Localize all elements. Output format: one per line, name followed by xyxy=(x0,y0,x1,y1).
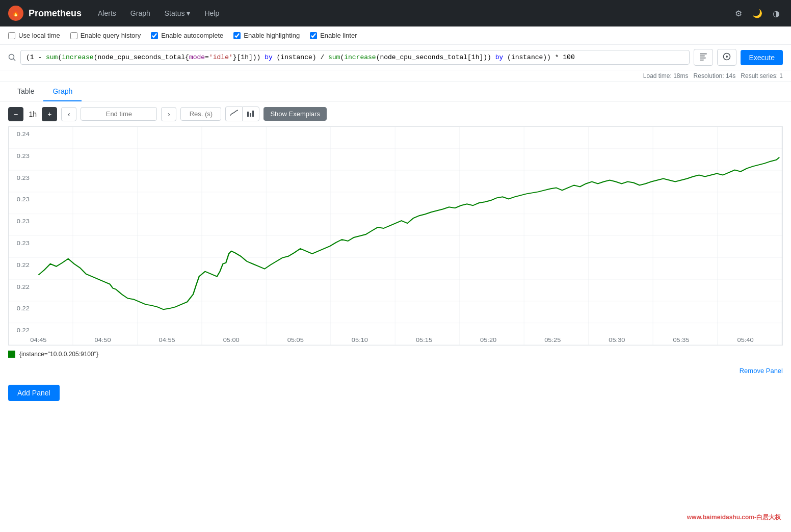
svg-rect-12 xyxy=(252,111,254,117)
enable-highlighting-label: Enable highlighting xyxy=(244,32,300,39)
svg-text:0.24: 0.24 xyxy=(17,131,30,138)
enable-linter-option[interactable]: Enable linter xyxy=(310,32,357,39)
svg-rect-11 xyxy=(250,113,251,117)
navbar-right: ⚙ 🌙 ◑ xyxy=(732,7,783,20)
query-input[interactable]: (1 - sum(increase(node_cpu_seconds_total… xyxy=(20,50,690,65)
history-button[interactable] xyxy=(717,49,736,66)
enable-query-history-checkbox[interactable] xyxy=(70,32,77,39)
svg-text:05:40: 05:40 xyxy=(737,337,754,343)
svg-text:05:10: 05:10 xyxy=(352,337,368,343)
nav-help[interactable]: Help xyxy=(198,6,225,20)
nav-alerts[interactable]: Alerts xyxy=(92,6,122,20)
enable-query-history-label: Enable query history xyxy=(81,32,141,39)
enable-autocomplete-label: Enable autocomplete xyxy=(161,32,223,39)
chart-area: 0.24 0.23 0.23 0.23 0.23 0.23 0.22 0.22 … xyxy=(0,126,791,345)
tabs-bar: Table Graph xyxy=(0,82,791,101)
tab-graph[interactable]: Graph xyxy=(43,82,82,101)
next-time-button[interactable]: › xyxy=(161,107,176,121)
zoom-in-button[interactable]: + xyxy=(42,107,57,121)
chart-type-buttons xyxy=(225,107,259,121)
prev-time-button[interactable]: ‹ xyxy=(61,107,76,121)
nav-graph[interactable]: Graph xyxy=(124,6,156,20)
remove-panel-link[interactable]: Remove Panel xyxy=(740,367,783,375)
enable-linter-label: Enable linter xyxy=(320,32,357,39)
moon-icon[interactable]: 🌙 xyxy=(749,7,766,20)
svg-text:0.23: 0.23 xyxy=(17,153,30,159)
svg-text:0.22: 0.22 xyxy=(17,305,30,312)
legend-label: {instance="10.0.0.205:9100"} xyxy=(19,351,98,358)
duration-label: 1h xyxy=(28,110,38,118)
svg-text:05:30: 05:30 xyxy=(609,337,625,343)
svg-text:0.23: 0.23 xyxy=(17,218,30,225)
chart-svg: 0.24 0.23 0.23 0.23 0.23 0.23 0.22 0.22 … xyxy=(9,127,782,345)
enable-autocomplete-checkbox[interactable] xyxy=(151,32,158,39)
navbar: 🔥 Prometheus Alerts Graph Status ▾ Help … xyxy=(0,0,791,26)
resolution: Resolution: 14s xyxy=(694,72,736,79)
result-meta: Load time: 18ms Resolution: 14s Result s… xyxy=(0,70,791,82)
end-time-input[interactable] xyxy=(81,107,157,121)
tab-table[interactable]: Table xyxy=(8,82,43,101)
svg-text:05:15: 05:15 xyxy=(416,337,433,343)
result-series: Result series: 1 xyxy=(741,72,783,79)
legend-color-swatch xyxy=(8,351,15,358)
panel-actions: Remove Panel xyxy=(0,363,791,379)
svg-text:0.22: 0.22 xyxy=(17,327,30,334)
svg-text:0.22: 0.22 xyxy=(17,262,30,269)
svg-text:04:50: 04:50 xyxy=(94,337,111,343)
use-local-time-option[interactable]: Use local time xyxy=(8,32,60,39)
svg-rect-17 xyxy=(9,127,782,345)
nav-status[interactable]: Status ▾ xyxy=(159,6,197,20)
chevron-down-icon: ▾ xyxy=(187,9,190,17)
svg-text:05:20: 05:20 xyxy=(480,337,497,343)
execute-button[interactable]: Execute xyxy=(741,50,783,65)
svg-rect-10 xyxy=(247,112,249,117)
add-panel-area: Add Panel xyxy=(0,379,791,407)
contrast-icon[interactable]: ◑ xyxy=(770,7,783,20)
svg-text:04:45: 04:45 xyxy=(30,337,47,343)
nav-links: Alerts Graph Status ▾ Help xyxy=(92,6,225,20)
brand: 🔥 Prometheus xyxy=(8,6,82,21)
add-panel-button[interactable]: Add Panel xyxy=(8,385,60,401)
enable-highlighting-option[interactable]: Enable highlighting xyxy=(233,32,300,39)
use-local-time-label: Use local time xyxy=(18,32,60,39)
enable-highlighting-checkbox[interactable] xyxy=(233,32,241,39)
enable-query-history-option[interactable]: Enable query history xyxy=(70,32,141,39)
svg-text:04:55: 04:55 xyxy=(159,337,176,343)
resolution-input[interactable] xyxy=(180,107,221,121)
svg-text:0.23: 0.23 xyxy=(17,196,30,203)
prometheus-logo: 🔥 xyxy=(8,6,23,21)
svg-rect-6 xyxy=(700,58,706,59)
zoom-out-button[interactable]: − xyxy=(8,107,23,121)
svg-text:0.23: 0.23 xyxy=(17,174,30,181)
graph-controls: − 1h + ‹ › Show Exemplars xyxy=(0,101,791,126)
options-bar: Use local time Enable query history Enab… xyxy=(0,26,791,45)
format-query-button[interactable] xyxy=(694,49,713,66)
enable-autocomplete-option[interactable]: Enable autocomplete xyxy=(151,32,223,39)
svg-text:🔥: 🔥 xyxy=(12,10,19,17)
svg-text:05:00: 05:00 xyxy=(223,337,240,343)
svg-rect-5 xyxy=(700,56,705,57)
search-icon xyxy=(8,54,16,62)
svg-line-3 xyxy=(14,59,16,61)
bar-chart-button[interactable] xyxy=(242,107,259,121)
svg-text:0.23: 0.23 xyxy=(17,240,30,247)
svg-text:0.22: 0.22 xyxy=(17,283,30,290)
svg-text:05:25: 05:25 xyxy=(544,337,561,343)
svg-text:05:05: 05:05 xyxy=(287,337,304,343)
svg-rect-7 xyxy=(700,60,704,61)
svg-point-9 xyxy=(726,56,728,58)
show-exemplars-button[interactable]: Show Exemplars xyxy=(263,107,327,121)
svg-point-2 xyxy=(9,54,14,59)
settings-icon[interactable]: ⚙ xyxy=(732,7,745,20)
brand-name: Prometheus xyxy=(29,8,82,19)
enable-linter-checkbox[interactable] xyxy=(310,32,317,39)
chart-container: 0.24 0.23 0.23 0.23 0.23 0.23 0.22 0.22 … xyxy=(8,126,783,345)
load-time: Load time: 18ms xyxy=(643,72,689,79)
query-bar: (1 - sum(increase(node_cpu_seconds_total… xyxy=(0,45,791,70)
svg-text:05:35: 05:35 xyxy=(673,337,690,343)
svg-rect-4 xyxy=(700,54,707,55)
line-chart-button[interactable] xyxy=(225,107,242,121)
legend: {instance="10.0.0.205:9100"} xyxy=(0,345,791,363)
use-local-time-checkbox[interactable] xyxy=(8,32,15,39)
